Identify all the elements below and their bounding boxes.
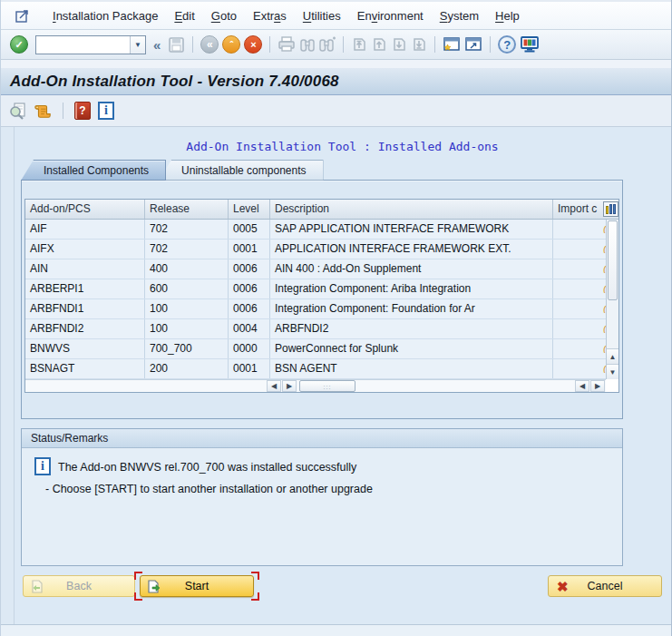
menu-item-extras[interactable]: Extras — [245, 5, 295, 26]
back-button-label: Back — [66, 580, 92, 592]
command-field[interactable]: ▼ — [35, 35, 146, 54]
column-header-level[interactable]: Level — [229, 200, 270, 219]
previous-page-icon[interactable] — [371, 36, 387, 53]
cell: BSNAGT — [25, 359, 145, 378]
cell: SAP APPLICATION INTERFACE FRAMEWORK — [270, 220, 553, 239]
menu-item-edit[interactable]: Edit — [166, 5, 202, 26]
table-row[interactable]: ARBERPI16000006Integration Component: Ar… — [25, 279, 618, 299]
cancel-icon[interactable]: × — [244, 35, 262, 54]
cell: 702 — [145, 220, 229, 239]
standard-toolbar: ✓ ▼ « « ˆ × — [1, 30, 671, 60]
window-bottom-edge — [1, 624, 671, 636]
cell-import-conditions: ( — [553, 359, 607, 378]
horizontal-scrollbar-thumb[interactable]: ::: — [299, 380, 355, 392]
exit-icon[interactable]: ˆ — [222, 35, 240, 54]
table-body: AIF7020005SAP APPLICATION INTERFACE FRAM… — [25, 220, 618, 379]
find-icon[interactable] — [299, 36, 316, 53]
table-row[interactable]: ARBFNDI21000004ARBFNDI2( — [25, 319, 618, 339]
scroll-up-icon[interactable]: ▲ — [607, 348, 618, 364]
status-remarks-title: Status/Remarks — [22, 429, 622, 448]
start-button-label: Start — [185, 580, 209, 592]
scroll-left-icon-2[interactable]: ◀ — [575, 380, 589, 392]
cell: ARBFNDI1 — [25, 299, 145, 318]
vertical-scrollbar[interactable]: ▲ ▼ — [606, 220, 618, 379]
help-icon[interactable]: ? — [498, 35, 516, 54]
cell-import-conditions: ( — [553, 299, 607, 318]
next-page-icon[interactable] — [391, 36, 407, 53]
display-log-icon[interactable] — [8, 102, 26, 120]
info-icon[interactable]: i — [98, 102, 114, 120]
cell: BNWVS — [25, 339, 145, 358]
cell: 0000 — [229, 339, 270, 358]
tab-installed-components[interactable]: Installed Components — [21, 160, 166, 181]
cell: 702 — [145, 240, 229, 259]
menu-item-environment[interactable]: Environment — [349, 5, 432, 26]
column-header-addon-pcs[interactable]: Add-on/PCS — [25, 200, 145, 219]
cell: ARBFNDI2 — [25, 319, 145, 338]
page-title: Add-On Installation Tool - Version 7.40/… — [10, 73, 339, 91]
first-page-icon[interactable] — [351, 36, 367, 53]
back-button[interactable]: Back — [23, 575, 135, 597]
menu-item-help[interactable]: Help — [487, 5, 528, 26]
menu-item-utilities[interactable]: Utilities — [295, 5, 349, 26]
table-row[interactable]: AIF7020005SAP APPLICATION INTERFACE FRAM… — [25, 220, 618, 240]
cancel-button[interactable]: ✖ Cancel — [548, 575, 662, 597]
cell-import-conditions: ( — [553, 240, 607, 259]
table-row[interactable]: BSNAGT2000001BSN AGENT( — [25, 359, 618, 379]
table-configuration-icon[interactable] — [603, 201, 618, 217]
cell: 400 — [145, 259, 229, 279]
installed-components-panel: Add-on/PCS Release Level Description Imp… — [21, 180, 623, 419]
back-icon[interactable]: « — [200, 35, 219, 54]
cell: 100 — [145, 299, 229, 318]
print-icon[interactable] — [278, 36, 296, 53]
column-header-import-conditions[interactable]: Import c — [553, 200, 607, 219]
last-page-icon[interactable] — [411, 36, 427, 53]
cell: AIN 400 : Add-On Supplement — [270, 259, 553, 279]
cell: 0004 — [229, 319, 270, 338]
cell: AIN — [25, 259, 145, 279]
scroll-down-icon[interactable]: ▼ — [607, 364, 618, 379]
table-row[interactable]: BNWVS700_7000000PowerConnect for Splunk( — [25, 339, 618, 359]
cell: 0006 — [229, 279, 270, 298]
horizontal-scrollbar[interactable]: ◀ ▶ ::: ◀ ▶ — [25, 379, 606, 392]
command-dropdown-icon[interactable]: ▼ — [130, 36, 145, 54]
scroll-right-icon-2[interactable]: ▶ — [590, 380, 605, 392]
menu-item-goto[interactable]: Goto — [203, 5, 245, 26]
start-button-icon — [147, 580, 161, 593]
dynpro-header: Add-On Installation Tool : Installed Add… — [14, 140, 671, 153]
start-button[interactable]: Start — [140, 575, 254, 597]
table-header-row: Add-on/PCS Release Level Description Imp… — [25, 200, 618, 220]
cell-import-conditions: ( — [553, 339, 607, 358]
collapse-toolbar-icon[interactable]: « — [150, 37, 164, 53]
logs-scroll-icon[interactable] — [34, 102, 52, 120]
find-next-icon[interactable] — [319, 36, 336, 53]
new-session-icon[interactable] — [443, 36, 461, 53]
table-row[interactable]: AIN4000006AIN 400 : Add-On Supplement( — [25, 259, 618, 279]
table-row[interactable]: AIFX7020001APPLICATION INTERFACE FRAMEWO… — [25, 240, 618, 259]
scroll-left-icon[interactable]: ◀ — [267, 380, 281, 392]
column-header-release[interactable]: Release — [145, 200, 229, 219]
cell-import-conditions: ( — [553, 319, 607, 338]
cell: AIF — [25, 220, 145, 239]
menu-item-system[interactable]: System — [432, 5, 487, 26]
cell: 200 — [145, 359, 229, 378]
customize-layout-icon[interactable] — [520, 35, 540, 54]
cell: 0005 — [229, 220, 270, 239]
scroll-right-icon[interactable]: ▶ — [282, 380, 297, 392]
table-row[interactable]: ARBFNDI11000006Integration Component: Fo… — [25, 299, 618, 319]
menu-item-installation-package[interactable]: Installation Package — [44, 5, 166, 26]
enter-icon[interactable]: ✓ — [10, 35, 28, 54]
column-header-description[interactable]: Description — [270, 200, 553, 219]
save-icon[interactable] — [168, 36, 185, 54]
create-shortcut-icon[interactable] — [464, 36, 482, 53]
cell: 100 — [145, 319, 229, 338]
screen-content: Add-On Installation Tool : Installed Add… — [1, 127, 671, 624]
tab-uninstallable-components[interactable]: Uninstallable components — [159, 160, 323, 181]
application-toolbar: ? i — [1, 95, 671, 127]
cell: PowerConnect for Splunk — [270, 339, 553, 358]
vertical-scrollbar-thumb[interactable] — [608, 220, 618, 300]
command-input[interactable] — [36, 36, 130, 54]
screen-menu-icon[interactable] — [15, 8, 32, 23]
sap-help-book-icon[interactable]: ? — [74, 102, 91, 120]
cancel-button-label: Cancel — [588, 580, 623, 592]
